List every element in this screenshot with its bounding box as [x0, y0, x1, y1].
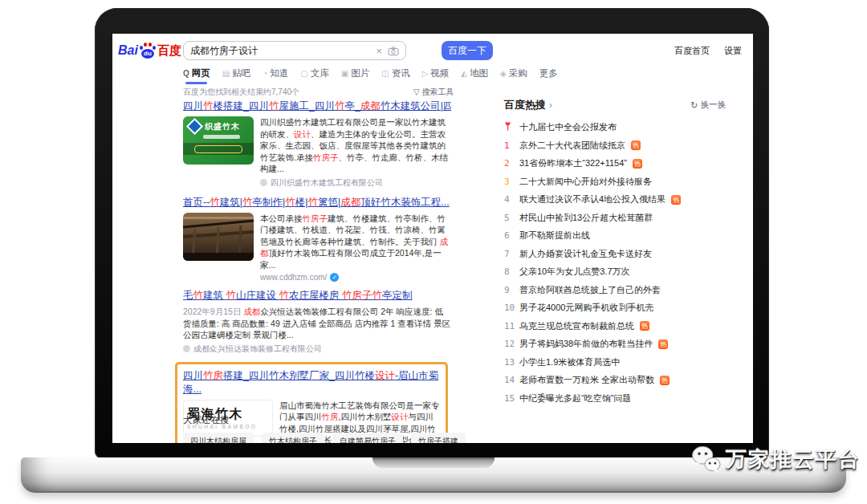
tab-视频[interactable]: ▷视频	[422, 67, 450, 84]
text-segment: 竹	[210, 197, 220, 208]
related-chip[interactable]: 竹木结构房子	[262, 433, 324, 443]
hot-search-item[interactable]: 15中纪委曝光多起“吃空饷”问题	[504, 392, 726, 404]
hot-rank: 5	[504, 213, 514, 223]
text-segment: 农庄屋楼房	[289, 290, 342, 301]
search-button[interactable]: 百度一下	[442, 41, 493, 60]
result-source[interactable]: 四川织盛竹木建筑工程有限公司	[260, 177, 451, 189]
related-chip[interactable]: 竹房子搭建	[411, 433, 466, 443]
result-body: 2022年9月15日 成都众兴恒达装饰装修工程有限公司 2年 响应速度: 低 货…	[183, 306, 451, 355]
hot-rank: 15	[504, 393, 514, 404]
caigou-icon: ◈	[500, 69, 507, 78]
text-segment: 竹	[269, 100, 279, 112]
hot-item-text: 男子花4000元网购手机收到手机壳	[519, 302, 653, 314]
tab-label: 图片	[351, 67, 369, 79]
tab-资讯[interactable]: ◫资讯	[381, 67, 409, 84]
hot-search-item[interactable]: 7新人办婚宴设计礼金互免卡送好友	[504, 248, 726, 260]
hot-search-item[interactable]: 1京外二十大代表团陆续抵京热	[504, 140, 726, 152]
text-segment: 四川	[183, 370, 203, 381]
hot-search-item[interactable]: 3二十大新闻中心开始对外接待服务	[504, 176, 726, 188]
brand-logo-icon	[186, 118, 203, 135]
search-query[interactable]: 成都竹房子设计	[190, 44, 376, 58]
text-segment: 竹房子	[303, 213, 328, 223]
wenku-icon: ▢	[300, 69, 307, 78]
text-segment: 顶好竹木装饰工程...	[360, 197, 449, 208]
text-segment: 竹	[193, 290, 204, 301]
text-segment: 本公司承接	[260, 213, 303, 223]
camera-icon[interactable]	[388, 47, 399, 55]
hot-rank: 4	[504, 194, 514, 205]
hot-item-text: 联大通过决议不承认4地公投入俄结果	[519, 193, 666, 205]
tab-贴吧[interactable]: ▤贴吧	[222, 67, 250, 84]
hot-search-item[interactable]: 11乌克兰现总统宣布制裁前总统热	[504, 320, 726, 332]
text-segment: 搭建_四川竹木别墅厂家_四川竹楼	[223, 370, 375, 381]
hot-search-item[interactable]: 13小学生1.9米被体育局选中	[504, 356, 726, 368]
search-input[interactable]: 成都竹房子设计 ×	[183, 41, 406, 60]
results-count: 百度为您找到相关结果约7,740个	[183, 87, 299, 98]
tab-采购[interactable]: ◈采购	[500, 67, 527, 84]
tab-label: 文库	[311, 67, 329, 79]
hot-search-item[interactable]: 231省份昨增本土“322+1154”热	[504, 157, 726, 169]
result-source[interactable]: 成都众兴恒达装饰装修工程有限公司	[183, 343, 451, 355]
text-segment: 成都	[360, 100, 381, 112]
logo-cn: 百度	[157, 43, 181, 59]
zhidao-icon: ◔	[263, 69, 267, 78]
related-chip[interactable]: 自建简易竹房子	[332, 433, 403, 443]
tab-更多[interactable]: 更多	[539, 67, 558, 84]
result-thumbnail[interactable]: 织盛竹木	[183, 116, 254, 165]
settings-link[interactable]: 设置	[724, 45, 742, 57]
tab-label: 视频	[430, 67, 449, 79]
related-chip[interactable]: 四川木结构房屋	[183, 433, 254, 443]
laptop-hinge-notch	[372, 457, 495, 468]
hot-search-item[interactable]: 5村民山中捡到13公斤超大松茸菌群	[504, 212, 726, 224]
result-text-column: 本公司承接竹房子建筑、竹楼建筑、竹亭制作、竹门楼建筑、竹栈道、竹花架、竹筏、竹凉…	[260, 213, 451, 282]
hot-search-item[interactable]: 8父亲10年为女儿点赞3.7万次	[504, 266, 726, 278]
tab-图片[interactable]: ▣图片	[341, 67, 369, 84]
hot-search-item[interactable]: 10男子花4000元网购手机收到手机壳	[504, 302, 726, 314]
text-segment: 山庄建设	[236, 290, 279, 301]
result-description: 2022年9月15日 成都众兴恒达装饰装修工程有限公司 2年 响应速度: 低 货…	[183, 306, 451, 341]
related-searches: 大家还在搜 四川木结构房屋竹木结构房子自建简易竹房子竹房子搭建	[183, 414, 472, 443]
result-title-link[interactable]: 毛竹建筑 竹山庄建设 竹农庄屋楼房 竹房子竹亭定制	[183, 289, 451, 303]
result-title-link[interactable]: 四川竹房搭建_四川竹木别墅厂家_四川竹楼设计-眉山市蜀海...	[183, 369, 440, 396]
hot-search-panel: 百度热搜 › ↻ 换一换 十九届七中全会公报发布1京外二十大代表团陆续抵京热23…	[504, 98, 726, 410]
site-icon	[183, 345, 190, 352]
tab-地图[interactable]: ◭地图	[461, 67, 488, 84]
hot-search-item[interactable]: 4联大通过决议不承认4地公投入俄结果热	[504, 193, 726, 205]
hot-search-item[interactable]: 14老师布置数一万粒米 全家出动帮数热	[504, 374, 726, 386]
tab-label: 地图	[470, 67, 488, 79]
hot-search-item[interactable]: 12男子将妈妈38年前做的布鞋当挂件热	[504, 338, 726, 350]
hot-item-text: 二十大新闻中心开始对外接待服务	[519, 176, 652, 188]
text-segment: 屋施工_四川	[279, 100, 334, 112]
hot-search-item[interactable]: 十九届七中全会公报发布	[504, 121, 726, 133]
search-result: 四川竹楼搭建_四川竹屋施工_四川竹亭_成都竹木建筑公司|四...织盛竹木四川织盛…	[183, 100, 451, 189]
tab-label: 资讯	[392, 67, 410, 79]
hot-rank: 9	[504, 285, 514, 295]
result-title-link[interactable]: 首页--竹建筑|竹亭制作|竹楼|竹篱笆|成都顶好竹木装饰工程...	[183, 196, 451, 209]
hot-rank: 14	[504, 375, 514, 385]
pin-top-icon	[504, 122, 514, 133]
result-source[interactable]: www.cddhzm.com/✓	[260, 273, 451, 282]
hot-badge-icon: 热	[660, 376, 670, 385]
close-icon[interactable]: ×	[376, 45, 382, 57]
result-title-link[interactable]: 四川竹楼搭建_四川竹屋施工_四川竹亭_成都竹木建筑公司|四...	[183, 100, 451, 113]
result-body: 织盛竹木四川织盛竹木建筑工程有限公司是一家以竹木建筑的研发、设计、建造为主体的专…	[183, 116, 451, 189]
hot-item-text: 村民山中捡到13公斤超大松茸菌群	[519, 212, 653, 224]
text-segment: 设计	[294, 129, 311, 139]
refresh-button[interactable]: ↻ 换一换	[690, 100, 726, 111]
tab-文库[interactable]: ▢文库	[300, 67, 328, 84]
search-tools-button[interactable]: ▽ 搜索工具	[413, 87, 454, 98]
map-icon: ◭	[461, 69, 467, 78]
baidu-home-link[interactable]: 百度首页	[674, 45, 710, 57]
hot-search-item[interactable]: 9普京给阿联酋总统披上了自己的外套	[504, 284, 726, 296]
hot-rank: 11	[504, 321, 514, 331]
result-thumbnail[interactable]	[183, 213, 254, 261]
hot-title[interactable]: 百度热搜	[504, 98, 546, 112]
text-segment: 成都	[243, 307, 260, 316]
tab-网页[interactable]: Q网页	[183, 67, 210, 84]
hot-rank: 12	[504, 339, 514, 349]
hot-search-item[interactable]: 6那不勒斯提前出线	[504, 230, 726, 242]
hot-item-text: 老师布置数一万粒米 全家出动帮数	[519, 374, 654, 386]
search-result: 首页--竹建筑|竹亭制作|竹楼|竹篱笆|成都顶好竹木装饰工程...本公司承接竹房…	[183, 196, 451, 282]
tab-知道[interactable]: ◔知道	[263, 67, 288, 84]
baidu-logo[interactable]: Bai du 百度	[118, 42, 181, 59]
